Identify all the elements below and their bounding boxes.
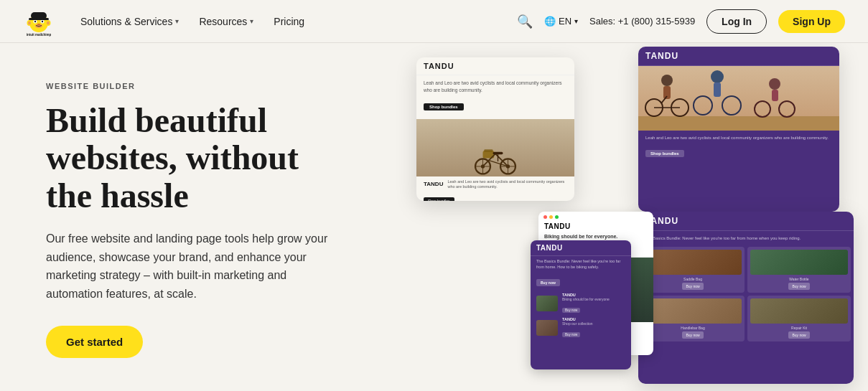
svg-rect-27 (493, 151, 503, 154)
purple-card-desc: Leah and Leo are two avid cyclists and l… (645, 135, 832, 141)
nav-links: Solutions & Services ▾ Resources ▾ Prici… (72, 10, 517, 33)
nav-resources[interactable]: Resources ▾ (190, 10, 262, 33)
window-dots (538, 212, 653, 222)
product-image-3 (644, 298, 742, 324)
purple-bottom-brand: TANDU (638, 212, 854, 231)
login-button[interactable]: Log In (706, 9, 767, 34)
mockup-card-white-top: TANDU Leah and Leo are two avid cyclists… (416, 57, 574, 201)
dot-yellow (549, 215, 553, 219)
search-icon[interactable]: 🔍 (517, 14, 533, 29)
product-grid: Saddle Bag Buy now Water Bottle Buy now … (638, 244, 854, 344)
product-item-3: Handlebar Bag Buy now (641, 296, 745, 341)
product-label-2: Water Bottle (789, 277, 808, 281)
shop-bundles-small-btn: Shop bundles (424, 197, 454, 201)
sub-card-btn: Buy now (536, 279, 560, 286)
nav-right: 🔍 🌐 EN ▾ Sales: +1 (800) 315-5939 Log In… (517, 9, 845, 34)
lang-label: EN (559, 16, 571, 27)
product-item-4: Repair Kit Buy now (747, 296, 851, 341)
navbar: intuit mailchimp Solutions & Services ▾ … (0, 0, 868, 43)
overlap-brand: TANDU (424, 181, 443, 187)
svg-rect-30 (638, 116, 839, 131)
buy-btn-4: Buy now (788, 331, 809, 339)
overlap-text: Leah and Leo are two avid cyclists and l… (447, 179, 567, 189)
sub-product-img-2 (536, 320, 558, 336)
product-label-1: Saddle Bag (683, 277, 702, 281)
buy-btn-1: Buy now (682, 283, 703, 290)
svg-rect-11 (29, 18, 49, 20)
people-scene (638, 66, 839, 131)
svg-rect-42 (772, 90, 778, 101)
sub-product-row-1: TANDU Biking should be for everyone Buy … (536, 293, 625, 314)
svg-point-8 (28, 21, 31, 24)
svg-point-31 (661, 75, 673, 86)
chevron-down-icon: ▾ (574, 17, 578, 25)
mockup-card-purple-bottom: TANDU The Basics Bundle: Never feel like… (638, 212, 854, 384)
white-bottom-brand: TANDU (544, 222, 648, 230)
bike-icon (470, 141, 521, 176)
chevron-down-icon: ▾ (250, 17, 253, 25)
signup-button[interactable]: Sign Up (778, 10, 845, 33)
chevron-down-icon: ▾ (175, 17, 179, 25)
white-bottom-tagline: Biking should be for everyone. (544, 233, 648, 240)
mailchimp-logo-icon: intuit mailchimp (23, 6, 55, 37)
buy-btn-2: Buy now (788, 283, 809, 290)
svg-point-4 (42, 20, 43, 22)
hero-section: WEBSITE BUILDER Build beautiful websites… (0, 43, 868, 391)
nav-resources-label: Resources (199, 16, 247, 27)
nav-solutions-services[interactable]: Solutions & Services ▾ (72, 10, 187, 33)
product-item-1: Saddle Bag Buy now (641, 247, 745, 293)
hero-visuals: TANDU Leah and Leo are two avid cyclists… (373, 43, 868, 391)
nav-solutions-label: Solutions & Services (80, 16, 172, 27)
shop-bundles-btn: Shop bundles (424, 103, 464, 110)
svg-rect-38 (714, 83, 721, 97)
card-brand-name: TANDU (416, 57, 574, 75)
svg-point-9 (47, 21, 50, 24)
hero-description: Our free website and landing page tools … (46, 230, 339, 303)
svg-point-3 (34, 20, 36, 22)
sub-product-desc-2: Shop our collection (562, 321, 593, 326)
nav-pricing-label: Pricing (274, 16, 304, 27)
product-image-1 (644, 250, 742, 275)
product-label-4: Repair Kit (791, 326, 807, 330)
sub-product-img-1 (536, 296, 558, 311)
bike-scene-top (416, 119, 574, 176)
mockup-card-purple-sub: TANDU The Basics Bundle: Never feel like… (531, 240, 631, 369)
dot-green (555, 215, 559, 219)
sub-product-row-2: TANDU Shop our collection Buy now (536, 317, 625, 339)
sub-buy-btn-1: Buy now (562, 308, 580, 313)
mockup-card-purple-top: TANDU (638, 47, 839, 212)
sub-buy-btn-2: Buy now (562, 332, 580, 337)
sub-card-brand: TANDU (531, 240, 631, 256)
product-image-2 (750, 250, 848, 275)
purple-shop-btn: Shop bundles (645, 150, 684, 157)
buy-btn-3: Buy now (682, 331, 703, 339)
sub-product-desc-1: Biking should be for everyone (562, 297, 610, 301)
svg-point-41 (769, 78, 780, 90)
get-started-button[interactable]: Get started (46, 326, 143, 358)
svg-text:intuit mailchimp: intuit mailchimp (27, 33, 52, 37)
product-image-4 (750, 298, 848, 324)
logo[interactable]: intuit mailchimp (23, 6, 55, 37)
svg-point-12 (37, 23, 40, 24)
purple-card-brand: TANDU (638, 47, 839, 66)
card-description: Leah and Leo are two avid cyclists and l… (424, 80, 567, 94)
product-item-2: Water Bottle Buy now (747, 247, 851, 293)
svg-point-37 (711, 70, 724, 83)
hero-eyebrow: WEBSITE BUILDER (46, 82, 339, 90)
nav-pricing[interactable]: Pricing (265, 10, 313, 33)
product-label-3: Handlebar Bag (681, 326, 704, 330)
svg-rect-15 (484, 149, 493, 152)
language-selector[interactable]: 🌐 EN ▾ (544, 16, 578, 27)
sales-phone: Sales: +1 (800) 315-5939 (589, 16, 695, 27)
purple-bottom-desc: The Basics Bundle: Never feel like you'r… (638, 231, 854, 244)
sub-card-desc: The Basics Bundle: Never feel like you'r… (531, 256, 631, 273)
globe-icon: 🌐 (544, 16, 556, 27)
hero-content: WEBSITE BUILDER Build beautiful websites… (0, 43, 373, 391)
dot-red (543, 215, 547, 219)
hero-title: Build beautiful websites, without the ha… (46, 102, 339, 215)
